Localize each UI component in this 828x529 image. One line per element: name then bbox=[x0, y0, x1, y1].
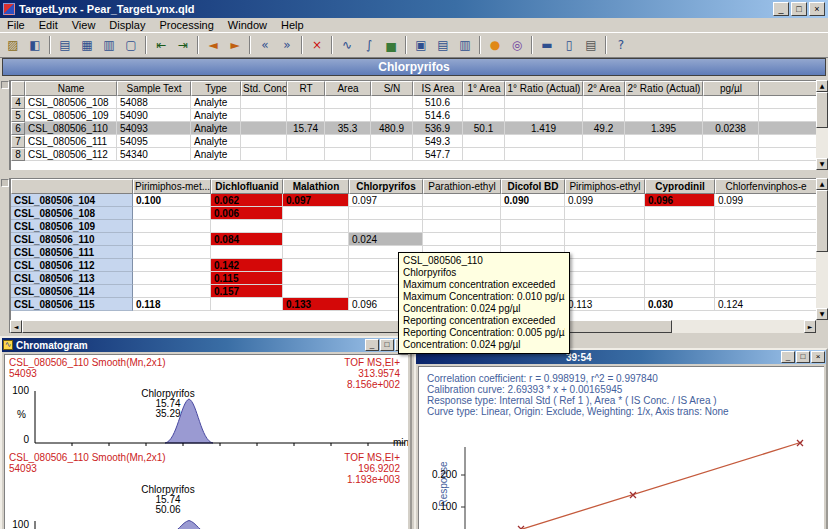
matrix-cell[interactable] bbox=[565, 259, 645, 272]
matrix-cell[interactable] bbox=[133, 259, 211, 272]
results-column-header[interactable]: 1° Ratio (Actual) bbox=[505, 81, 583, 96]
detail-view-button[interactable]: ▦ bbox=[76, 35, 98, 55]
results-cell[interactable] bbox=[241, 135, 287, 148]
results-cell[interactable]: 54090 bbox=[117, 109, 191, 122]
print-button[interactable]: ▤ bbox=[580, 35, 602, 55]
matrix-cell[interactable] bbox=[211, 298, 283, 311]
matrix-cell[interactable] bbox=[715, 272, 816, 285]
results-cell[interactable]: 536.9 bbox=[413, 122, 463, 135]
results-column-header[interactable]: pg/µl bbox=[703, 81, 759, 96]
title-bar[interactable]: TargetLynx - Pear_TargetLynx.qld _ □ × bbox=[0, 0, 828, 18]
export-button[interactable]: ◎ bbox=[506, 35, 528, 55]
results-cell[interactable] bbox=[703, 148, 759, 161]
scroll-track[interactable] bbox=[672, 320, 804, 333]
report-window-button[interactable]: ▥ bbox=[454, 35, 476, 55]
row-number-cell[interactable]: 7 bbox=[11, 135, 25, 148]
matrix-cell[interactable]: 0.113 bbox=[565, 298, 645, 311]
results-cell[interactable] bbox=[625, 135, 703, 148]
matrix-cell[interactable] bbox=[565, 233, 645, 246]
matrix-cell[interactable] bbox=[645, 207, 715, 220]
method-editor-button[interactable]: ▣ bbox=[410, 35, 432, 55]
matrix-cell[interactable] bbox=[349, 220, 423, 233]
matrix-cell[interactable] bbox=[645, 233, 715, 246]
matrix-cell[interactable]: 0.062 bbox=[211, 194, 283, 207]
results-cell[interactable]: 480.9 bbox=[371, 122, 413, 135]
monitor-button[interactable]: ▢ bbox=[120, 35, 142, 55]
matrix-cell[interactable]: 0.118 bbox=[133, 298, 211, 311]
matrix-cell[interactable] bbox=[133, 246, 211, 259]
results-cell[interactable]: 35.3 bbox=[325, 122, 371, 135]
matrix-column-header[interactable]: Malathion bbox=[283, 179, 349, 194]
matrix-cell[interactable]: 0.097 bbox=[349, 194, 423, 207]
results-cell[interactable] bbox=[325, 148, 371, 161]
results-cell[interactable] bbox=[241, 148, 287, 161]
results-cell[interactable]: CSL_080506_108 bbox=[25, 96, 117, 109]
matrix-row-label[interactable]: CSL_080506_115 bbox=[11, 298, 133, 311]
results-vscrollbar[interactable]: ▲ ▼ bbox=[816, 80, 828, 170]
results-cell[interactable] bbox=[625, 109, 703, 122]
results-row[interactable]: 8CSL_080506_11254340Analyte547.7 bbox=[11, 148, 816, 161]
menu-item-view[interactable]: View bbox=[65, 18, 103, 32]
matrix-cell[interactable] bbox=[211, 220, 283, 233]
matrix-cell[interactable] bbox=[715, 233, 816, 246]
matrix-cell[interactable] bbox=[283, 285, 349, 298]
matrix-cell[interactable] bbox=[715, 285, 816, 298]
results-cell[interactable] bbox=[241, 122, 287, 135]
matrix-cell[interactable] bbox=[283, 246, 349, 259]
results-cell[interactable] bbox=[287, 96, 325, 109]
results-column-header[interactable]: 2° Area bbox=[583, 81, 625, 96]
results-cell[interactable]: CSL_080506_111 bbox=[25, 135, 117, 148]
results-cell[interactable] bbox=[463, 109, 505, 122]
results-cell[interactable]: 54093 bbox=[117, 122, 191, 135]
matrix-cell[interactable]: 0.133 bbox=[283, 298, 349, 311]
matrix-cell[interactable] bbox=[423, 220, 501, 233]
matrix-cell[interactable] bbox=[565, 285, 645, 298]
matrix-pane-marker[interactable] bbox=[1, 179, 9, 187]
matrix-row-label[interactable]: CSL_080506_104 bbox=[11, 194, 133, 207]
next-flag-button[interactable]: » bbox=[276, 35, 298, 55]
matrix-cell[interactable] bbox=[133, 207, 211, 220]
matrix-cell[interactable] bbox=[283, 259, 349, 272]
results-cell[interactable]: 15.74 bbox=[287, 122, 325, 135]
matrix-cell[interactable] bbox=[565, 246, 645, 259]
results-cell[interactable] bbox=[505, 96, 583, 109]
matrix-cell[interactable] bbox=[283, 207, 349, 220]
clear-flag-button[interactable]: × bbox=[306, 35, 328, 55]
results-pane-marker[interactable] bbox=[1, 81, 9, 89]
results-cell[interactable] bbox=[241, 109, 287, 122]
calibration-minimize-button[interactable]: _ bbox=[781, 351, 795, 363]
matrix-cell[interactable] bbox=[423, 194, 501, 207]
integrate-next-button[interactable]: ⇥ bbox=[172, 35, 194, 55]
menu-item-processing[interactable]: Processing bbox=[152, 18, 220, 32]
matrix-cell[interactable] bbox=[133, 220, 211, 233]
results-column-header[interactable]: S/N bbox=[371, 81, 413, 96]
matrix-cell[interactable] bbox=[645, 272, 715, 285]
save-button[interactable]: ◧ bbox=[24, 35, 46, 55]
scroll-thumb[interactable] bbox=[22, 320, 672, 333]
matrix-cell[interactable] bbox=[283, 220, 349, 233]
prev-sample-button[interactable]: ◄ bbox=[202, 35, 224, 55]
results-cell[interactable] bbox=[325, 96, 371, 109]
results-cell[interactable] bbox=[325, 135, 371, 148]
results-row[interactable]: 4CSL_080506_10854088Analyte510.6 bbox=[11, 96, 816, 109]
results-cell[interactable] bbox=[703, 135, 759, 148]
results-column-header[interactable]: 1° Area bbox=[463, 81, 505, 96]
next-sample-button[interactable]: ► bbox=[224, 35, 246, 55]
results-cell[interactable] bbox=[625, 148, 703, 161]
matrix-column-header[interactable]: Pirimiphos-ethyl bbox=[565, 179, 645, 194]
matrix-cell[interactable] bbox=[565, 220, 645, 233]
results-column-header[interactable]: Name bbox=[25, 81, 117, 96]
matrix-cell[interactable] bbox=[283, 233, 349, 246]
help-button[interactable]: ? bbox=[610, 35, 632, 55]
matrix-cell[interactable] bbox=[645, 259, 715, 272]
matrix-cell[interactable] bbox=[133, 285, 211, 298]
results-cell[interactable] bbox=[371, 96, 413, 109]
results-cell[interactable]: 50.1 bbox=[463, 122, 505, 135]
cascade-windows-button[interactable]: ▯ bbox=[558, 35, 580, 55]
results-cell[interactable]: CSL_080506_110 bbox=[25, 122, 117, 135]
results-cell[interactable] bbox=[583, 148, 625, 161]
calibration-view-button[interactable]: ▅ bbox=[380, 35, 402, 55]
results-cell[interactable] bbox=[371, 109, 413, 122]
results-row[interactable]: 5CSL_080506_10954090Analyte514.6 bbox=[11, 109, 816, 122]
chromatogram-view-button[interactable]: ∫ bbox=[358, 35, 380, 55]
